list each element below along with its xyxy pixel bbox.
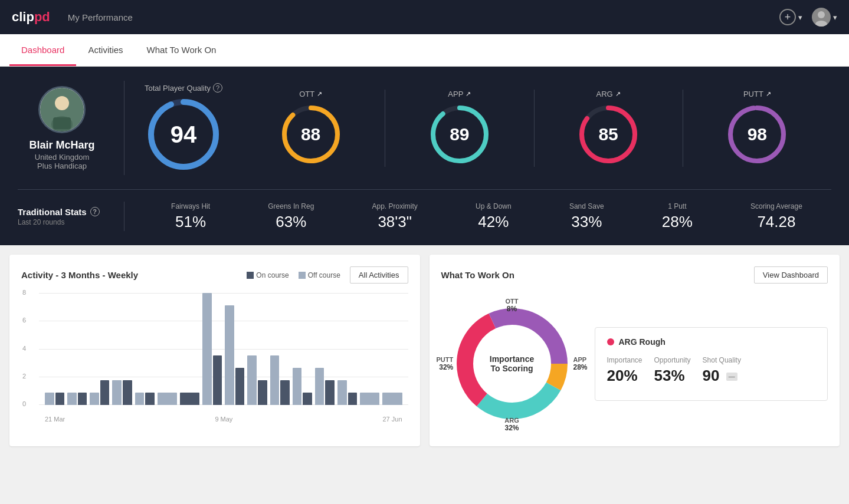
activity-title: Activity - 3 Months - Weekly	[21, 270, 138, 280]
avatar	[812, 8, 831, 27]
score-app: APP ↗ 89	[385, 90, 534, 167]
metric-shot-quality: Shot Quality 90 —	[703, 356, 741, 385]
add-button[interactable]: + ▾	[779, 9, 802, 25]
player-row: Blair McHarg United Kingdom Plus Handica…	[18, 81, 831, 175]
total-quality: Total Player Quality ? 94	[142, 83, 237, 173]
svg-point-1	[815, 21, 827, 27]
wtwo-content: ImportanceTo Scoring OTT 8% APP 28% ARG …	[441, 293, 828, 434]
total-quality-label: Total Player Quality ?	[145, 83, 222, 93]
arg-label: ARG ↗	[596, 90, 621, 98]
legend-off-course: Off course	[299, 271, 340, 279]
donut-chart: ImportanceTo Scoring OTT 8% APP 28% ARG …	[441, 293, 583, 434]
bar-off	[293, 368, 302, 405]
ott-label: OTT ↗	[299, 90, 322, 98]
view-dashboard-button[interactable]: View Dashboard	[754, 266, 828, 284]
bar-group	[360, 393, 379, 405]
svg-point-0	[818, 11, 825, 18]
wtwo-panel: What To Work On View Dashboard Importanc…	[430, 255, 840, 446]
all-activities-button[interactable]: All Activities	[350, 266, 408, 284]
arg-circle: 85	[576, 102, 641, 167]
bar-off	[112, 380, 122, 405]
putt-label: PUTT ↗	[743, 90, 771, 98]
score-arg: ARG ↗ 85	[535, 90, 683, 167]
tab-dashboard[interactable]: Dashboard	[9, 34, 76, 66]
tab-activities[interactable]: Activities	[76, 34, 135, 66]
info-dot	[607, 338, 614, 345]
bar-group	[67, 393, 87, 405]
bar-on	[325, 380, 335, 405]
trad-stats-label: Traditional Stats ? Last 20 rounds	[18, 207, 124, 226]
metric-opportunity: Opportunity 53%	[654, 356, 691, 385]
nav-tabs: Dashboard Activities What To Work On	[0, 34, 849, 67]
bar-group	[202, 293, 222, 405]
bar-off	[158, 393, 177, 405]
logo-clip: clip	[12, 9, 34, 24]
bar-on	[145, 393, 155, 405]
chevron-icon: ▾	[798, 13, 802, 22]
bar-on	[180, 393, 199, 405]
ott-arrow: ↗	[317, 90, 322, 98]
bar-group	[90, 380, 109, 405]
app-donut-label: APP 28%	[573, 356, 587, 371]
putt-circle: 98	[725, 102, 789, 167]
bar-on	[348, 393, 358, 405]
quality-scores: OTT ↗ 88 APP ↗	[237, 90, 831, 167]
logo[interactable]: clippd	[12, 9, 50, 25]
bar-on	[258, 380, 267, 405]
bar-off	[360, 393, 379, 405]
bar-off	[225, 305, 234, 405]
vertical-divider	[124, 81, 124, 175]
bar-on	[55, 393, 65, 405]
bar-off	[67, 393, 77, 405]
wtwo-header: What To Work On View Dashboard	[441, 266, 828, 284]
stat-gir: Greens In Reg 63%	[268, 202, 314, 231]
bar-on	[235, 368, 245, 405]
bar-on	[100, 380, 110, 405]
svg-rect-5	[53, 117, 71, 129]
bar-group	[225, 305, 244, 405]
header-title: My Performance	[68, 12, 133, 22]
bar-off	[202, 293, 212, 405]
bar-off	[90, 393, 99, 405]
header-actions: + ▾ ▾	[779, 8, 837, 27]
player-country: United Kingdom	[35, 153, 90, 162]
bottom-row: Activity - 3 Months - Weekly On course O…	[0, 245, 849, 456]
bar-off	[45, 393, 54, 405]
bar-group	[382, 393, 402, 405]
svg-rect-17	[299, 272, 306, 279]
total-quality-value: 94	[171, 121, 197, 148]
bar-group	[247, 355, 267, 405]
bar-off	[337, 380, 347, 405]
app-circle: 89	[427, 102, 492, 167]
app-arrow: ↗	[466, 90, 471, 98]
bar-group	[293, 368, 312, 405]
bar-on	[213, 355, 222, 405]
bar-group	[180, 393, 199, 405]
ott-donut-label: OTT 8%	[506, 298, 519, 313]
player-handicap: Plus Handicap	[37, 162, 87, 170]
bar-off	[382, 393, 402, 405]
svg-rect-16	[247, 272, 254, 279]
putt-value: 98	[748, 124, 767, 144]
tab-what-to-work-on[interactable]: What To Work On	[135, 34, 228, 66]
stat-fairways: Fairways Hit 51%	[171, 202, 210, 231]
traditional-stats: Traditional Stats ? Last 20 rounds Fairw…	[18, 189, 831, 231]
bar-group	[270, 355, 290, 405]
score-putt: PUTT ↗ 98	[683, 90, 831, 167]
bar-on	[123, 380, 132, 405]
shot-quality-badge: —	[726, 373, 737, 381]
x-labels: 21 Mar 9 May 27 Jun	[39, 416, 408, 423]
trad-stat-values: Fairways Hit 51% Greens In Reg 63% App. …	[142, 202, 831, 231]
legend-on-course: On course	[247, 271, 289, 279]
bar-on	[303, 393, 312, 405]
putt-arrow: ↗	[766, 90, 771, 98]
player-info: Blair McHarg United Kingdom Plus Handica…	[18, 86, 124, 170]
user-menu[interactable]: ▾	[812, 8, 837, 27]
info-metrics: Importance 20% Opportunity 53% Shot Qual…	[607, 356, 816, 385]
bar-group	[158, 393, 177, 405]
total-quality-help[interactable]: ?	[213, 83, 222, 93]
putt-donut-label: PUTT 32%	[437, 356, 454, 371]
bar-off	[315, 368, 324, 405]
trad-stats-help[interactable]: ?	[90, 207, 100, 216]
bar-on	[78, 393, 87, 405]
